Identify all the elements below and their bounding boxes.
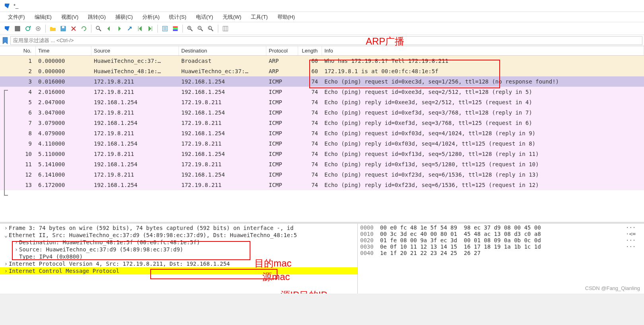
next-icon[interactable] xyxy=(114,24,124,33)
close-icon[interactable] xyxy=(69,24,78,33)
find-icon[interactable] xyxy=(94,24,103,33)
colorize-icon[interactable] xyxy=(171,24,180,33)
packet-row[interactable]: 94.110000192.168.1.254172.19.8.211ICMP74… xyxy=(0,138,644,149)
col-header-length[interactable]: Length xyxy=(298,46,322,55)
options-icon[interactable] xyxy=(33,24,43,33)
col-header-time[interactable]: Time xyxy=(36,46,91,55)
packet-details-pane[interactable]: ›Frame 3: 74 bytes on wire (592 bits), 7… xyxy=(0,224,358,294)
hex-line[interactable]: 00401e 1f 20 21 22 23 24 25 26 27 xyxy=(360,250,642,256)
svg-rect-0 xyxy=(15,26,20,31)
col-header-no[interactable]: No. xyxy=(0,46,36,55)
details-icmp[interactable]: ›Internet Control Message Protocol xyxy=(0,267,357,274)
packet-list-header[interactable]: No. Time Source Destination Protocol Len… xyxy=(0,46,644,56)
svg-line-16 xyxy=(190,29,192,31)
zoom-fit-icon[interactable]: 1 xyxy=(206,24,215,33)
first-icon[interactable] xyxy=(135,24,145,33)
svg-point-3 xyxy=(37,28,39,29)
menu-item[interactable]: 视图(V) xyxy=(56,13,83,21)
packet-row[interactable]: 42.016000172.19.8.211192.168.1.254ICMP74… xyxy=(0,87,644,97)
menu-item[interactable]: 文件(F) xyxy=(3,13,30,21)
menu-item[interactable]: 统计(S) xyxy=(164,13,191,21)
separator xyxy=(182,25,183,33)
packet-list-empty xyxy=(0,190,644,222)
details-eth-src[interactable]: ›Source: HuaweiTechno_ec:37:d9 (54:89:98… xyxy=(0,246,357,253)
packet-row[interactable]: 20.000000HuaweiTechno_48:1e:…HuaweiTechn… xyxy=(0,66,644,76)
menu-item[interactable]: 分析(A) xyxy=(138,13,164,21)
separator xyxy=(91,25,91,33)
watermark: CSDN @Fang_Qianling xyxy=(585,285,640,291)
hex-line[interactable]: 002001 fe 08 00 9a 3f ec 3d 00 01 08 09 … xyxy=(360,237,642,243)
packet-row[interactable]: 126.141000172.19.8.211192.168.1.254ICMP7… xyxy=(0,169,644,180)
packet-row[interactable]: 10.000000HuaweiTechno_ec:37:…BroadcastAR… xyxy=(0,56,644,66)
svg-line-20 xyxy=(201,29,203,31)
hex-line[interactable]: 001000 3c 3d ec 40 00 80 01 45 48 ac 13 … xyxy=(360,231,642,237)
col-header-protocol[interactable]: Protocol xyxy=(266,46,298,55)
svg-rect-14 xyxy=(173,29,178,31)
svg-rect-12 xyxy=(173,26,178,28)
col-header-info[interactable]: Info xyxy=(322,46,644,55)
svg-rect-5 xyxy=(62,26,64,28)
details-eth-type[interactable]: Type: IPv4 (0x0800) xyxy=(0,253,357,260)
details-ethernet[interactable]: ⌄Ethernet II, Src: HuaweiTechno_ec:37:d9… xyxy=(0,232,357,239)
autoscroll-icon[interactable] xyxy=(160,24,170,33)
svg-rect-25 xyxy=(223,26,228,31)
open-icon[interactable] xyxy=(48,24,58,33)
packet-row[interactable]: 73.079000192.168.1.254172.19.8.211ICMP74… xyxy=(0,118,644,128)
shark-fin-icon[interactable] xyxy=(2,24,12,33)
packet-row[interactable]: 115.141000192.168.1.254172.19.8.211ICMP7… xyxy=(0,159,644,169)
save-icon[interactable] xyxy=(58,24,68,33)
col-header-destination[interactable]: Destination xyxy=(179,46,266,55)
wireshark-icon xyxy=(4,3,10,9)
packet-row[interactable]: 84.079000172.19.8.211192.168.1.254ICMP74… xyxy=(0,128,644,138)
menu-item[interactable]: 工具(T) xyxy=(246,13,273,21)
svg-line-23 xyxy=(211,29,213,31)
related-packets-bracket xyxy=(4,90,8,196)
restart-icon[interactable] xyxy=(23,24,33,33)
hex-line[interactable]: 00300e 0f 10 11 12 13 14 15 16 17 18 19 … xyxy=(360,243,642,250)
packet-row[interactable]: 63.047000172.19.8.211192.168.1.254ICMP74… xyxy=(0,107,644,118)
details-eth-dst[interactable]: ›Destination: HuaweiTechno_48:1e:5f (00:… xyxy=(0,239,357,246)
jump-icon[interactable] xyxy=(125,24,134,33)
menu-item[interactable]: 捕获(C) xyxy=(111,13,138,21)
toolbar: 1 xyxy=(0,22,644,35)
svg-text:1: 1 xyxy=(209,27,210,29)
separator xyxy=(45,25,46,33)
display-filter-input[interactable] xyxy=(10,36,642,45)
menu-bar: 文件(F)编辑(E)视图(V)跳转(G)捕获(C)分析(A)统计(S)电话(Y)… xyxy=(0,12,644,22)
details-ip[interactable]: ›Internet Protocol Version 4, Src: 172.1… xyxy=(0,260,357,267)
svg-rect-13 xyxy=(173,28,178,29)
title-bar: *_ xyxy=(0,0,644,12)
separator xyxy=(157,25,158,33)
packet-row[interactable]: 105.110000172.19.8.211192.168.1.254ICMP7… xyxy=(0,149,644,159)
packet-list[interactable]: 10.000000HuaweiTechno_ec:37:…BroadcastAR… xyxy=(0,56,644,190)
menu-item[interactable]: 编辑(E) xyxy=(30,13,56,21)
stop-icon[interactable] xyxy=(13,24,22,33)
menu-item[interactable]: 帮助(H) xyxy=(273,13,300,21)
packet-bytes-pane[interactable]: 000000 e0 fc 48 1e 5f 54 89 98 ec 37 d9 … xyxy=(358,224,644,294)
packet-row[interactable]: 30.016000172.19.8.211192.168.1.254ICMP74… xyxy=(0,76,644,87)
last-icon[interactable] xyxy=(145,24,155,33)
menu-item[interactable]: 电话(Y) xyxy=(191,13,218,21)
menu-item[interactable]: 无线(W) xyxy=(218,13,246,21)
filter-bar xyxy=(0,35,644,46)
bookmark-icon[interactable] xyxy=(2,37,9,44)
hex-line[interactable]: 000000 e0 fc 48 1e 5f 54 89 98 ec 37 d9 … xyxy=(360,224,642,231)
separator xyxy=(218,25,218,33)
details-frame[interactable]: ›Frame 3: 74 bytes on wire (592 bits), 7… xyxy=(0,224,357,232)
window-title: *_ xyxy=(14,3,18,9)
resize-cols-icon[interactable] xyxy=(221,24,230,33)
reload-icon[interactable] xyxy=(79,24,89,33)
col-header-source[interactable]: Source xyxy=(91,46,179,55)
bottom-panes: ›Frame 3: 74 bytes on wire (592 bits), 7… xyxy=(0,224,644,294)
zoom-out-icon[interactable] xyxy=(196,24,205,33)
packet-row[interactable]: 136.172000192.168.1.254172.19.8.211ICMP7… xyxy=(0,180,644,190)
svg-point-6 xyxy=(96,26,99,29)
zoom-in-icon[interactable] xyxy=(185,24,195,33)
prev-icon[interactable] xyxy=(104,24,114,33)
packet-row[interactable]: 52.047000192.168.1.254172.19.8.211ICMP74… xyxy=(0,97,644,107)
svg-line-7 xyxy=(99,29,101,31)
menu-item[interactable]: 跳转(G) xyxy=(83,13,111,21)
